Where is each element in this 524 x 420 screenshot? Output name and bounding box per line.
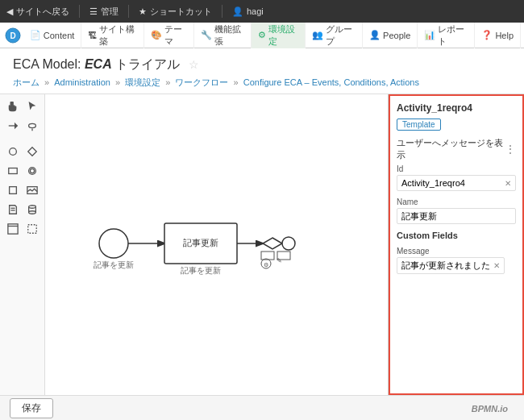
menu-icon: ☰ xyxy=(89,6,98,17)
svg-rect-10 xyxy=(9,187,16,194)
message-label: Message xyxy=(397,247,516,256)
tool-row-1 xyxy=(3,98,41,115)
nav-help[interactable]: ❓ Help xyxy=(475,23,521,48)
message-clear-button[interactable]: ✕ xyxy=(493,261,500,270)
name-label: Name xyxy=(397,198,516,206)
star-icon: ★ xyxy=(139,6,147,17)
reports-icon: 📊 xyxy=(424,30,435,40)
svg-rect-7 xyxy=(8,168,17,174)
message-value-container[interactable]: 記事が更新されました ✕ xyxy=(397,257,505,274)
help-icon: ❓ xyxy=(481,30,493,40)
bpmn-credit: BPMN.io xyxy=(472,404,508,414)
nav-env-settings[interactable]: ⚙ 環境設定 xyxy=(252,23,306,48)
image-tool[interactable] xyxy=(23,181,41,199)
breadcrumb-env[interactable]: 環境設定 xyxy=(125,77,160,87)
nav-site-building[interactable]: 🏗 サイト構築 xyxy=(81,23,144,48)
template-tab[interactable]: Template xyxy=(397,119,441,131)
dashed-tool[interactable] xyxy=(23,220,41,238)
nav-reports[interactable]: 📊 レポート xyxy=(418,23,475,48)
breadcrumb-home[interactable]: ホーム xyxy=(13,77,40,87)
svg-text:記事を更新: 記事を更新 xyxy=(181,266,221,275)
svg-marker-3 xyxy=(15,123,17,127)
people-icon: 👤 xyxy=(369,30,381,40)
right-panel: Activity_1reqro4 Template ユーザーへメッセージを表示 … xyxy=(389,94,524,395)
logo-icon: D xyxy=(5,27,21,44)
nav-features[interactable]: 🔧 機能拡張 xyxy=(194,23,252,48)
frame-tool[interactable] xyxy=(4,220,22,238)
svg-rect-30 xyxy=(261,252,274,260)
svg-point-21 xyxy=(99,229,128,258)
lasso-tool[interactable] xyxy=(23,117,41,135)
svg-point-29 xyxy=(282,237,295,250)
name-field: Name xyxy=(397,198,516,224)
svg-point-9 xyxy=(30,168,34,173)
user-menu[interactable]: 👤 hagi xyxy=(232,6,264,17)
bpmn-canvas: 記事更新 記事を更新 記事を更新 ⚙ ✎ xyxy=(45,94,388,395)
hand-tool[interactable] xyxy=(4,98,22,115)
section-menu-icon[interactable]: ⋮ xyxy=(505,143,516,156)
breadcrumb-configure-eca[interactable]: Configure ECA – Events, Conditions, Acti… xyxy=(243,77,419,87)
custom-fields-label: Custom Fields xyxy=(397,231,516,240)
theme-icon: 🎨 xyxy=(151,30,162,40)
nav-groups[interactable]: 👥 グループ xyxy=(306,23,363,48)
divider xyxy=(128,5,129,18)
square-tool[interactable] xyxy=(4,181,22,199)
panel-section-title: ユーザーへメッセージを表示 ⋮ xyxy=(397,137,516,161)
id-field: Id Activity_1reqro4 ✕ xyxy=(397,164,516,191)
nav-bar: D 📄 Content 🏗 サイト構築 🎨 テーマ 🔧 機能拡張 ⚙ 環境設定 … xyxy=(0,23,524,48)
breadcrumb-workflow[interactable]: ワークフロー xyxy=(175,77,228,87)
svg-marker-28 xyxy=(263,238,282,249)
features-icon: 🔧 xyxy=(201,30,212,40)
nav-people[interactable]: 👤 People xyxy=(363,23,418,48)
circle-tool[interactable] xyxy=(4,143,22,160)
svg-text:D: D xyxy=(10,31,16,40)
site-logo[interactable]: D xyxy=(3,24,23,47)
message-value-text: 記事が更新されました xyxy=(401,260,490,272)
divider xyxy=(79,5,80,18)
select-tool[interactable] xyxy=(23,98,41,115)
breadcrumb: ホーム » Administration » 環境設定 » ワークフロー » C… xyxy=(13,77,511,89)
nav-theme[interactable]: 🎨 テーマ xyxy=(144,23,193,48)
svg-text:⚙: ⚙ xyxy=(264,262,268,268)
circle-double-tool[interactable] xyxy=(23,162,41,180)
connect-tool[interactable] xyxy=(4,117,22,135)
diamond-tool[interactable] xyxy=(23,143,41,160)
svg-text:記事更新: 記事更新 xyxy=(183,238,218,247)
save-button[interactable]: 保存 xyxy=(10,398,53,418)
doc-tool[interactable] xyxy=(4,201,22,218)
rect-tool[interactable] xyxy=(4,162,22,180)
main-content: 記事更新 記事を更新 記事を更新 ⚙ ✎ A xyxy=(0,94,524,395)
svg-rect-18 xyxy=(7,224,17,234)
site-building-icon: 🏗 xyxy=(88,31,97,40)
nav-content[interactable]: 📄 Content xyxy=(23,23,82,48)
custom-fields-section: Custom Fields xyxy=(397,231,516,240)
id-clear-button[interactable]: ✕ xyxy=(505,179,511,188)
page-header: ECA Model: ECA トライアル ☆ ホーム » Administrat… xyxy=(0,48,524,94)
star-favorite-icon[interactable]: ☆ xyxy=(189,58,199,71)
name-input[interactable] xyxy=(397,208,516,224)
id-label: Id xyxy=(397,164,516,173)
user-icon: 👤 xyxy=(232,6,243,17)
back-to-site[interactable]: ◀ サイトへ戻る xyxy=(6,6,69,18)
svg-marker-6 xyxy=(27,148,36,156)
content-icon: 📄 xyxy=(30,30,41,40)
bottom-bar: 保存 BPMN.io xyxy=(0,395,524,420)
toolbox xyxy=(0,94,45,395)
divider xyxy=(222,5,222,18)
svg-point-17 xyxy=(28,211,35,214)
message-field: Message 記事が更新されました ✕ xyxy=(397,247,516,274)
groups-icon: 👥 xyxy=(312,30,323,40)
id-value-container[interactable]: Activity_1reqro4 ✕ xyxy=(397,175,516,191)
svg-text:✎: ✎ xyxy=(277,257,282,264)
top-bar: ◀ サイトへ戻る ☰ 管理 ★ ショートカット 👤 hagi xyxy=(0,0,524,23)
shortcut-menu[interactable]: ★ ショートカット xyxy=(139,6,212,18)
page-title: ECA Model: ECA トライアル ☆ xyxy=(13,56,511,73)
id-value-text: Activity_1reqro4 xyxy=(401,178,465,188)
admin-menu[interactable]: ☰ 管理 xyxy=(89,6,119,18)
env-icon: ⚙ xyxy=(258,30,266,40)
breadcrumb-administration[interactable]: Administration xyxy=(54,77,110,87)
canvas-area[interactable]: 記事更新 記事を更新 記事を更新 ⚙ ✎ xyxy=(45,94,389,395)
svg-point-5 xyxy=(9,148,16,156)
cylinder-tool[interactable] xyxy=(23,201,41,218)
tool-row-2 xyxy=(3,117,41,135)
